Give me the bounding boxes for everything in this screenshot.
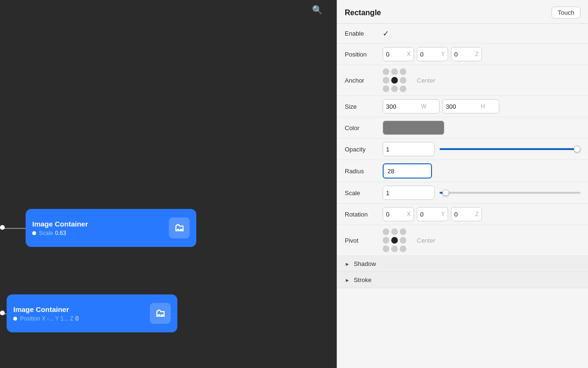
rotation-z-label: Z <box>475 211 481 217</box>
node-2-content: Image Container Position X -... Y 1... Z… <box>13 305 79 322</box>
size-h-group[interactable]: H <box>442 99 499 113</box>
anchor-dot-ml[interactable] <box>383 77 389 84</box>
node-card-2[interactable]: Image Container Position X -... Y 1... Z… <box>7 294 177 332</box>
anchor-dot-bl[interactable] <box>383 85 389 92</box>
anchor-dot-bc[interactable] <box>391 85 398 92</box>
scale-slider-thumb[interactable] <box>442 189 449 196</box>
pivot-dot-bl[interactable] <box>383 245 389 252</box>
radius-input-group[interactable] <box>383 163 432 179</box>
rotation-x-group[interactable]: X <box>383 207 414 221</box>
rotation-z-group[interactable]: Z <box>451 207 482 221</box>
position-z-label: Z <box>475 51 481 57</box>
search-icon[interactable]: 🔍 <box>312 5 322 15</box>
rotation-row: Rotation X Y Z <box>337 204 588 225</box>
position-x-input[interactable] <box>383 51 407 58</box>
radius-label: Radius <box>345 168 383 175</box>
anchor-dot-mc[interactable] <box>391 77 398 84</box>
pivot-dot-mc[interactable] <box>391 237 398 244</box>
anchor-row: Anchor Center <box>337 65 588 96</box>
pivot-grid <box>383 228 406 252</box>
anchor-dot-tr[interactable] <box>400 68 406 75</box>
size-h-input[interactable] <box>443 103 481 110</box>
node-2-folder-icon: 🗂 <box>150 303 171 324</box>
enable-checkbox[interactable]: ✓ <box>383 29 389 38</box>
node-2-dot <box>13 317 17 321</box>
anchor-dot-tl[interactable] <box>383 68 389 75</box>
anchor-label: Anchor <box>345 77 383 84</box>
size-h-label: H <box>481 103 488 110</box>
rotation-x-input[interactable] <box>383 211 407 218</box>
opacity-input-group[interactable] <box>383 142 435 156</box>
size-w-label: W <box>421 103 429 110</box>
size-row: Size W H <box>337 96 588 117</box>
opacity-input[interactable] <box>383 146 426 153</box>
position-x-group[interactable]: X <box>383 47 414 61</box>
radius-input[interactable] <box>384 168 431 175</box>
pivot-dot-br[interactable] <box>400 245 406 252</box>
opacity-slider-container[interactable] <box>438 148 580 150</box>
stroke-section[interactable]: ► Stroke <box>337 272 588 288</box>
scale-input-group[interactable] <box>383 186 435 200</box>
pivot-dot-ml[interactable] <box>383 237 389 244</box>
scale-controls <box>383 186 580 200</box>
anchor-grid <box>383 68 406 92</box>
position-y-group[interactable]: Y <box>417 47 448 61</box>
node-1-subtitle-label: Scale <box>39 230 53 236</box>
position-controls: X Y Z <box>383 47 580 61</box>
node-2-title: Image Container <box>13 305 79 313</box>
position-z-group[interactable]: Z <box>451 47 482 61</box>
touch-button[interactable]: Touch <box>551 7 580 19</box>
radius-controls <box>383 163 580 179</box>
anchor-dot-mr[interactable] <box>400 77 406 84</box>
size-w-input[interactable] <box>383 103 421 110</box>
position-y-label: Y <box>441 51 448 57</box>
node-1-content: Image Container Scale 0.63 <box>32 220 88 236</box>
anchor-dot-tc[interactable] <box>391 68 398 75</box>
size-w-group[interactable]: W <box>383 99 440 113</box>
rotation-controls: X Y Z <box>383 207 580 221</box>
pivot-controls: Center <box>383 228 580 252</box>
opacity-controls <box>383 142 580 156</box>
rotation-z-input[interactable] <box>451 211 475 218</box>
shadow-label: Shadow <box>354 260 376 267</box>
pivot-dot-tc[interactable] <box>391 228 398 235</box>
opacity-label: Opacity <box>345 146 383 153</box>
node-1-subtitle-value: 0.63 <box>55 230 66 236</box>
opacity-row: Opacity <box>337 139 588 160</box>
node-2-subtitle-value: 0 <box>75 315 79 322</box>
pivot-dot-bc[interactable] <box>391 245 398 252</box>
color-controls <box>383 121 580 135</box>
anchor-dot-br[interactable] <box>400 85 406 92</box>
color-swatch[interactable] <box>383 121 444 135</box>
position-y-input[interactable] <box>417 51 441 58</box>
scale-label: Scale <box>345 189 383 197</box>
pivot-dot-mr[interactable] <box>400 237 406 244</box>
pivot-dot-tr[interactable] <box>400 228 406 235</box>
rotation-label: Rotation <box>345 211 383 218</box>
scale-input[interactable] <box>383 189 426 197</box>
stroke-arrow-icon: ► <box>345 277 350 283</box>
rotation-y-group[interactable]: Y <box>417 207 448 221</box>
panel-title: Rectangle <box>345 9 381 17</box>
rotation-y-label: Y <box>441 211 448 217</box>
stroke-label: Stroke <box>354 276 372 283</box>
pivot-center-label: Center <box>417 237 435 244</box>
rotation-y-input[interactable] <box>417 211 441 218</box>
panel-header: Rectangle Touch <box>337 0 588 24</box>
scale-slider-container[interactable] <box>438 192 580 194</box>
anchor-center-label: Center <box>417 77 435 84</box>
enable-controls: ✓ <box>383 29 580 38</box>
anchor-controls: Center <box>383 68 580 92</box>
scale-slider-track[interactable] <box>440 192 580 194</box>
node-card-1[interactable]: Image Container Scale 0.63 🗂 <box>26 209 196 247</box>
position-label: Position <box>345 51 383 58</box>
opacity-slider-thumb[interactable] <box>574 146 580 152</box>
position-x-label: X <box>407 51 413 57</box>
position-z-input[interactable] <box>451 51 475 58</box>
opacity-slider-track[interactable] <box>440 148 580 150</box>
pivot-dot-tl[interactable] <box>383 228 389 235</box>
shadow-section[interactable]: ► Shadow <box>337 256 588 272</box>
scale-row: Scale <box>337 182 588 204</box>
color-label: Color <box>345 124 383 132</box>
enable-row: Enable ✓ <box>337 24 588 44</box>
